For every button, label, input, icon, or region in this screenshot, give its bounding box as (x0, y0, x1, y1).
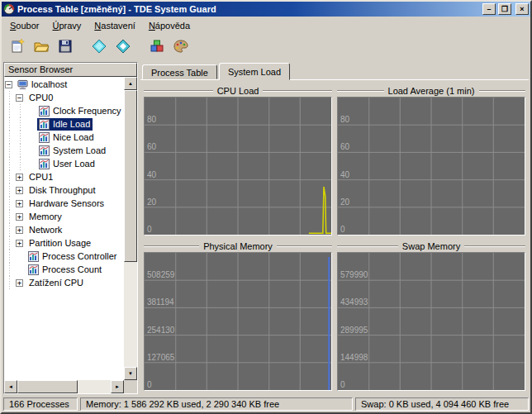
tree-expander-plus-icon[interactable]: + (16, 187, 23, 194)
new-worksheet-button[interactable] (7, 36, 28, 58)
tab-system-load[interactable]: System Load (219, 63, 290, 80)
menu-nastaveni[interactable]: Nastavení (88, 18, 142, 33)
horizontal-scroll-thumb[interactable] (17, 380, 78, 393)
tree-label: Clock Frequency (52, 106, 122, 116)
connect-diamond-icon (91, 38, 107, 57)
tree-item-process-controller[interactable]: Process Controller (4, 250, 124, 263)
tree-guide-line (15, 117, 26, 131)
tree-label: System Load (52, 145, 107, 155)
status-bar: 166 Processes Memory: 1 586 292 KB used,… (2, 396, 530, 412)
tree-item-process-count[interactable]: Process Count (4, 263, 124, 276)
menu-soubor[interactable]: Soubor (3, 18, 45, 33)
tree-label: Disk Throughput (28, 185, 97, 195)
y-tick-label: 60 (147, 142, 156, 151)
open-worksheet-button[interactable] (31, 36, 52, 58)
panel-title-rule (337, 90, 384, 92)
vertical-scroll-trough[interactable] (124, 90, 137, 367)
status-processes: 166 Processes (3, 397, 78, 411)
y-tick-label: 127065 (147, 353, 174, 362)
panel-title-rule (144, 245, 199, 247)
tree-item-partition-usage[interactable]: +Partition Usage (4, 236, 124, 250)
y-tick-label: 381194 (147, 297, 174, 307)
tree-item-idle-load[interactable]: Idle Load (4, 117, 124, 131)
connect-host-button[interactable] (88, 36, 110, 58)
save-worksheet-button[interactable] (55, 36, 76, 58)
chart-panel-swap-memory: Swap Memory5799904349932899951449980 (337, 240, 525, 391)
tree-expander-plus-icon[interactable]: + (16, 213, 23, 221)
content: Sensor Browser −localhost−CPU0Clock Freq… (2, 60, 530, 396)
scroll-up-icon[interactable]: ▲ (124, 77, 137, 90)
title-bar[interactable]: Process Table [změněný] - TDE System Gua… (2, 2, 530, 17)
menu-napoveda[interactable]: Nápověda (142, 18, 197, 33)
scroll-left-icon[interactable]: ◄ (4, 380, 17, 393)
tree-expander-plus-icon[interactable]: + (16, 279, 23, 287)
sensor-icon (39, 106, 50, 117)
tree-vertical-scrollbar[interactable]: ▲ ▼ (124, 77, 137, 380)
tree-guide-line (4, 263, 15, 276)
tree-label: Hardware Sensors (28, 198, 105, 208)
y-tick-label: 254130 (147, 326, 174, 335)
tree-item-user-load[interactable]: User Load (4, 157, 124, 170)
system-load-page: CPU Load806040200Load Average (1 min)806… (140, 79, 529, 394)
tree-item-disk-throughput[interactable]: +Disk Throughput (4, 183, 124, 197)
maximize-button[interactable]: ❐ (498, 3, 511, 15)
chart-plot-cpu-load[interactable]: 806040200 (144, 97, 332, 236)
scroll-down-icon[interactable]: ▼ (124, 367, 137, 380)
tree-item-nice-load[interactable]: Nice Load (4, 131, 124, 144)
panel-title-rule (337, 245, 398, 247)
sensor-icon (28, 264, 39, 275)
chart-title-physical-memory: Physical Memory (203, 241, 273, 251)
worksheet-properties-button[interactable] (146, 36, 168, 58)
tree-item-hardware-sensors[interactable]: +Hardware Sensors (4, 197, 124, 210)
y-tick-label: 0 (340, 225, 345, 234)
tree-guide-line (15, 144, 26, 157)
chart-plot-physical-memory[interactable]: 5082593811942541301270650 (144, 252, 332, 391)
y-tick-label: 579990 (340, 270, 368, 279)
new-worksheet-icon (9, 38, 26, 57)
tree-guide-line (15, 104, 26, 117)
tree-guide-line (4, 131, 15, 144)
sensor-icon (39, 119, 50, 130)
tree-horizontal-scrollbar[interactable]: ◄ ► (4, 380, 124, 393)
minimize-button[interactable]: – (482, 3, 496, 15)
tree-item-network[interactable]: +Network (4, 223, 124, 236)
y-tick-label: 434993 (340, 297, 368, 307)
tree-guide-line (4, 170, 15, 183)
configure-style-button[interactable] (170, 36, 192, 58)
tree-expander-plus-icon[interactable]: + (16, 200, 23, 207)
scroll-right-icon[interactable]: ► (111, 380, 124, 393)
panel-title-rule (263, 90, 332, 92)
tab-process-table[interactable]: Process Table (142, 64, 217, 79)
tree-expander-plus-icon[interactable]: + (16, 226, 23, 234)
y-tick-label: 80 (147, 115, 156, 124)
chart-plot-swap-memory[interactable]: 5799904349932899951449980 (337, 252, 525, 391)
menu-upravy[interactable]: Úpravy (45, 18, 88, 33)
app-gauge-icon (3, 3, 15, 15)
tree-item-system-load[interactable]: System Load (4, 144, 124, 157)
disconnect-host-button[interactable] (112, 36, 134, 58)
menu-bar: SouborÚpravyNastaveníNápověda (2, 17, 530, 34)
tree-expander-minus-icon[interactable]: − (5, 81, 12, 88)
sensor-browser-header: Sensor Browser (4, 63, 137, 77)
chart-plot-load-average[interactable]: 806040200 (337, 97, 525, 236)
sensor-tree: −localhost−CPU0Clock FrequencyIdle LoadN… (4, 77, 124, 380)
close-button[interactable]: × (515, 3, 529, 15)
vertical-scroll-thumb[interactable] (124, 90, 137, 262)
tree-expander-plus-icon[interactable]: + (16, 240, 23, 247)
sensor-browser-panel: Sensor Browser −localhost−CPU0Clock Freq… (3, 62, 138, 394)
tree-expander-minus-icon[interactable]: − (16, 94, 23, 102)
tree-item-zatizeni-cpu[interactable]: +Zatížení CPU (4, 276, 124, 289)
tree-item-clock-frequency[interactable]: Clock Frequency (4, 104, 124, 117)
window-title: Process Table [změněný] - TDE System Gua… (17, 4, 480, 14)
panel-title-rule (464, 245, 525, 247)
tree-item-cpu1[interactable]: +CPU1 (4, 170, 124, 183)
tree-item-memory[interactable]: +Memory (4, 210, 124, 223)
y-tick-label: 60 (340, 142, 349, 151)
tree-item-localhost[interactable]: −localhost (4, 78, 124, 91)
tree-guide-line (4, 197, 15, 210)
horizontal-scroll-trough[interactable] (17, 380, 111, 393)
chart-panel-cpu-load: CPU Load806040200 (144, 85, 332, 236)
tree-expander-plus-icon[interactable]: + (16, 174, 23, 181)
y-tick-label: 20 (147, 197, 156, 207)
tree-item-cpu0[interactable]: −CPU0 (4, 91, 124, 104)
